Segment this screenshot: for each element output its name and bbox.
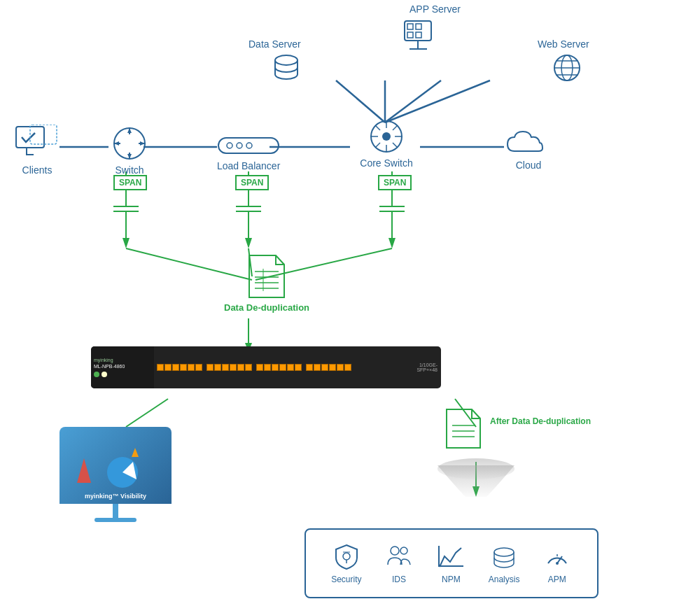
brand-label: myinking™ Visibility [59,493,172,500]
svg-rect-37 [407,32,413,38]
data-server-icon [270,50,303,84]
core-switch-label: Core Switch [360,157,412,169]
data-server-label: Data Server [248,38,301,50]
svg-marker-32 [472,486,479,497]
svg-line-94 [550,559,552,561]
svg-rect-58 [218,138,279,153]
svg-marker-17 [245,238,252,248]
load-balancer-label: Load Balancer [217,160,280,171]
svg-point-61 [246,143,252,148]
svg-line-4 [336,80,385,122]
diagram: APP Server Data Server Web Server [0,0,700,613]
npm-label: NPM [442,575,461,584]
svg-line-6 [385,80,441,122]
svg-marker-80 [77,458,91,483]
svg-line-7 [385,80,490,122]
tool-ids: IDS [384,542,414,584]
cloud-icon: Cloud [500,125,556,171]
svg-marker-22 [388,238,396,248]
app-server-label: APP Server [410,3,461,15]
svg-point-60 [237,143,242,148]
svg-point-33 [438,458,514,479]
svg-point-71 [382,132,391,141]
svg-line-67 [375,125,380,130]
data-dedup-label: Data De-duplication [224,302,309,313]
svg-line-68 [393,125,398,130]
tools-box: Security IDS NPM [304,528,598,598]
apm-label: APM [548,575,566,584]
tool-apm: APM [542,542,572,584]
svg-point-93 [556,562,559,565]
svg-marker-83 [132,448,139,457]
tool-security: Security [331,542,361,584]
visibility-monitor: myinking™ Visibility [59,427,172,522]
data-dedup-icon: Data De-duplication [224,252,309,313]
svg-marker-12 [122,238,130,248]
svg-point-59 [227,143,232,148]
clients-label: Clients [22,164,52,176]
after-dedup-label: After Data De-duplication [490,416,616,426]
tool-analysis: Analysis [489,542,520,584]
security-label: Security [331,575,361,584]
after-dedup-icon [441,406,486,451]
switch-icon: Switch [108,125,150,176]
svg-rect-38 [416,32,421,38]
span-switch: SPAN [113,175,147,190]
svg-rect-90 [438,546,440,567]
web-server-label: Web Server [538,38,589,50]
svg-line-28 [126,399,168,427]
ids-label: IDS [392,575,406,584]
switch-label: Switch [115,164,144,176]
svg-rect-35 [407,24,413,29]
svg-rect-89 [438,565,463,567]
svg-line-96 [562,559,564,561]
svg-point-91 [494,548,514,556]
network-device: myinking ML-NPB-4860 [91,346,441,388]
svg-line-70 [393,143,398,148]
cloud-label: Cloud [516,160,542,171]
analysis-label: Analysis [489,575,520,584]
svg-point-88 [400,547,407,554]
app-server-icon [399,17,438,56]
tool-npm: NPM [436,542,465,584]
clients-icon: Clients [13,125,62,176]
web-server-icon [550,50,584,85]
svg-point-41 [275,55,298,65]
span-cs: SPAN [378,175,412,190]
svg-point-84 [343,553,350,560]
load-balancer-icon: Load Balancer [217,134,280,171]
svg-point-87 [391,547,399,555]
core-switch-icon: Core Switch [358,118,414,169]
svg-line-69 [375,143,380,148]
svg-rect-36 [416,24,421,29]
span-lb: SPAN [235,175,269,190]
